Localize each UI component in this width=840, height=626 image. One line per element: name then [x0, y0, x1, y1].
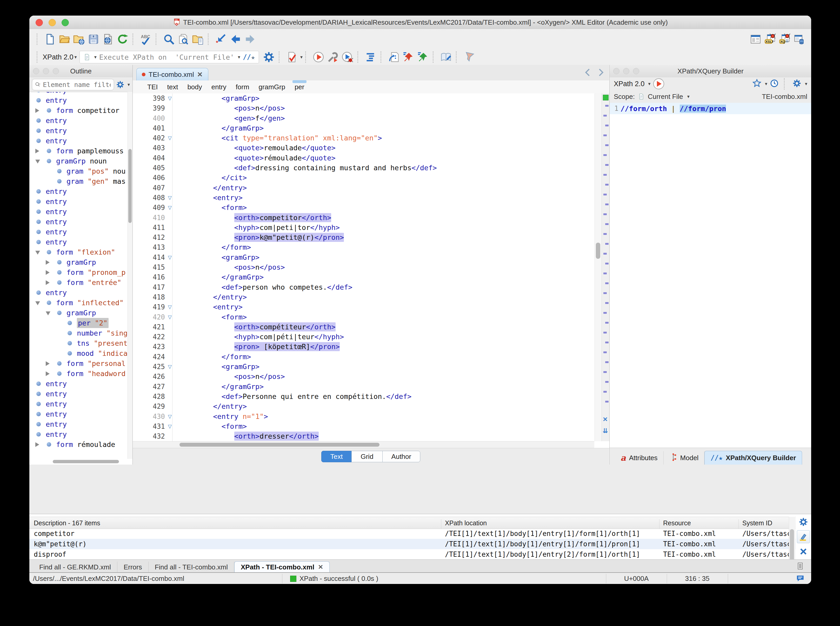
- outline-item[interactable]: gramGrp: [29, 257, 128, 267]
- collapse-arrow-icon[interactable]: [35, 160, 40, 163]
- code-line-402[interactable]: 402▽ <cit type="translation" xml:lang="e…: [133, 133, 595, 143]
- fold-toggle-icon[interactable]: ▽: [168, 362, 172, 372]
- fold-toggle-icon[interactable]: ▽: [168, 302, 172, 312]
- expand-arrow-icon[interactable]: [46, 280, 50, 285]
- outline-item[interactable]: gramGrp noun: [29, 156, 128, 166]
- chevron-down-icon[interactable]: ▾: [94, 54, 97, 60]
- outline-item[interactable]: per "2": [29, 318, 128, 328]
- result-marker[interactable]: [605, 381, 609, 383]
- outline-horizontal-scrollbar[interactable]: [53, 460, 119, 463]
- fold-toggle-icon[interactable]: ▽: [168, 421, 172, 431]
- result-marker[interactable]: [605, 105, 609, 106]
- pin-red-icon[interactable]: [401, 50, 416, 64]
- scope-value[interactable]: Current File: [648, 93, 683, 101]
- reload-button[interactable]: [115, 32, 130, 47]
- forward-button[interactable]: [243, 32, 257, 47]
- outline-item[interactable]: entry: [29, 288, 128, 298]
- mode-tab-text[interactable]: Text: [321, 451, 352, 462]
- result-marker[interactable]: [605, 184, 609, 186]
- code-line-401[interactable]: 401 </gramGrp>: [133, 123, 595, 133]
- debug-xslt-button[interactable]: XSLT: [763, 32, 777, 47]
- pin-green-icon[interactable]: [416, 50, 430, 64]
- find-replace-button[interactable]: [162, 32, 176, 47]
- outline-item[interactable]: tns "present: [29, 338, 128, 348]
- toolbar-grip[interactable]: [433, 52, 436, 63]
- outline-item[interactable]: form pamplemouss: [29, 146, 128, 156]
- code-line-422[interactable]: 422 <hyph>com|péti|teur</hyph>: [133, 332, 595, 342]
- result-row[interactable]: k@m"petit@(r)/TEI[1]/text[1]/body[1]/ent…: [29, 539, 796, 549]
- results-header-resource[interactable]: Resource: [663, 520, 691, 527]
- scrollbar-thumb[interactable]: [179, 443, 380, 447]
- builder-tab-attributes[interactable]: aAttributes: [615, 451, 664, 465]
- toolbar-grip[interactable]: [155, 33, 159, 45]
- code-line-400[interactable]: 400 <gen>f</gen>: [133, 113, 595, 123]
- toolbar-grip[interactable]: [37, 33, 40, 45]
- go-to-last-edit-button[interactable]: *: [214, 32, 228, 47]
- breadcrumb-item-text[interactable]: text: [167, 83, 178, 91]
- result-marker[interactable]: [603, 154, 607, 156]
- expand-arrow-icon[interactable]: [35, 149, 39, 153]
- review-edit-button[interactable]: [439, 50, 453, 64]
- spell-check-button[interactable]: ABC: [138, 32, 153, 47]
- chevron-down-icon[interactable]: ▾: [648, 81, 651, 87]
- code-line-421[interactable]: 421 <orth>compétiteur</orth>: [133, 322, 595, 332]
- view-list-icon[interactable]: [796, 562, 804, 571]
- result-marker[interactable]: [605, 125, 609, 127]
- result-marker[interactable]: [603, 371, 607, 373]
- code-line-417[interactable]: 417 <def>person who competes.</def>: [133, 282, 595, 292]
- outline-item[interactable]: form competitor: [29, 105, 128, 116]
- outline-item[interactable]: number "sing: [29, 328, 128, 338]
- code-line-415[interactable]: 415 <pos>n</pos>: [133, 262, 595, 272]
- element-filter-box[interactable]: [32, 79, 114, 90]
- code-line-429[interactable]: 429 </entry>: [133, 402, 595, 412]
- code-line-412[interactable]: 412 <pron>k@m"petit@(r)</pron>: [133, 233, 595, 243]
- expand-arrow-icon[interactable]: [46, 270, 50, 275]
- back-button[interactable]: [228, 32, 243, 47]
- result-marker[interactable]: [605, 203, 609, 205]
- code-line-426[interactable]: 426 <pos>n</pos>: [133, 372, 595, 382]
- results-header-system-id[interactable]: System ID: [742, 520, 772, 527]
- validate-button[interactable]: [285, 50, 299, 64]
- fold-toggle-icon[interactable]: ▽: [168, 133, 172, 143]
- code-line-405[interactable]: 405 <def>dressing containing mustard and…: [133, 163, 595, 173]
- breadcrumb-item-gramGrp[interactable]: gramGrp: [259, 83, 286, 91]
- xpath-execute-placeholder[interactable]: Execute XPath on 'Current File': [99, 53, 234, 61]
- outline-item[interactable]: form "flexion": [29, 247, 128, 257]
- code-line-413[interactable]: 413 </form>: [133, 243, 595, 252]
- result-marker[interactable]: [605, 243, 609, 245]
- outline-item[interactable]: entry: [29, 429, 128, 440]
- code-line-425[interactable]: 425▽ <gramGrp>: [133, 362, 595, 372]
- result-marker[interactable]: [605, 223, 609, 225]
- result-marker[interactable]: [603, 174, 607, 176]
- save-button[interactable]: [86, 32, 101, 47]
- breadcrumb-item-form[interactable]: form: [236, 83, 250, 91]
- result-marker[interactable]: [603, 312, 607, 314]
- favorites-star-icon[interactable]: [752, 79, 761, 89]
- result-marker[interactable]: [603, 292, 607, 294]
- result-marker[interactable]: [605, 144, 609, 146]
- builder-header[interactable]: XPath/XQuery Builder: [609, 65, 811, 78]
- highlight-results-icon[interactable]: [797, 530, 810, 543]
- toolbar-grip[interactable]: [456, 52, 459, 63]
- code-line-399[interactable]: 399 <pos>n</pos>: [133, 103, 595, 113]
- breadcrumb-item-per[interactable]: per: [295, 83, 305, 91]
- outline-item[interactable]: form "personal: [29, 358, 128, 369]
- outline-item[interactable]: entry: [29, 227, 128, 237]
- chevron-down-icon[interactable]: ▾: [765, 81, 767, 87]
- toolbar-grip[interactable]: [279, 52, 282, 63]
- outline-item[interactable]: gram "gen" mas: [29, 176, 128, 186]
- code-area[interactable]: 398▽ <gramGrp>399 <pos>n</pos>400 <gen>f…: [133, 94, 595, 441]
- fold-toggle-icon[interactable]: ▽: [168, 412, 172, 421]
- result-marker[interactable]: [605, 361, 609, 363]
- bottom-tab-xpath-tei-combo-xml[interactable]: XPath - TEI-combo.xml✕: [234, 561, 330, 573]
- fold-toggle-icon[interactable]: ▽: [168, 193, 172, 203]
- next-marker-icon[interactable]: ⇊: [603, 427, 608, 435]
- builder-tab-model[interactable]: Model: [664, 451, 705, 465]
- fold-toggle-icon[interactable]: ▽: [168, 94, 172, 103]
- result-marker[interactable]: [605, 341, 609, 343]
- outline-settings-gear-icon[interactable]: [116, 80, 124, 89]
- save-to-url-button[interactable]: [101, 32, 115, 47]
- scrollbar-thumb[interactable]: [596, 243, 600, 259]
- find-in-files-button[interactable]: [176, 32, 191, 47]
- outline-item[interactable]: entry: [29, 186, 128, 196]
